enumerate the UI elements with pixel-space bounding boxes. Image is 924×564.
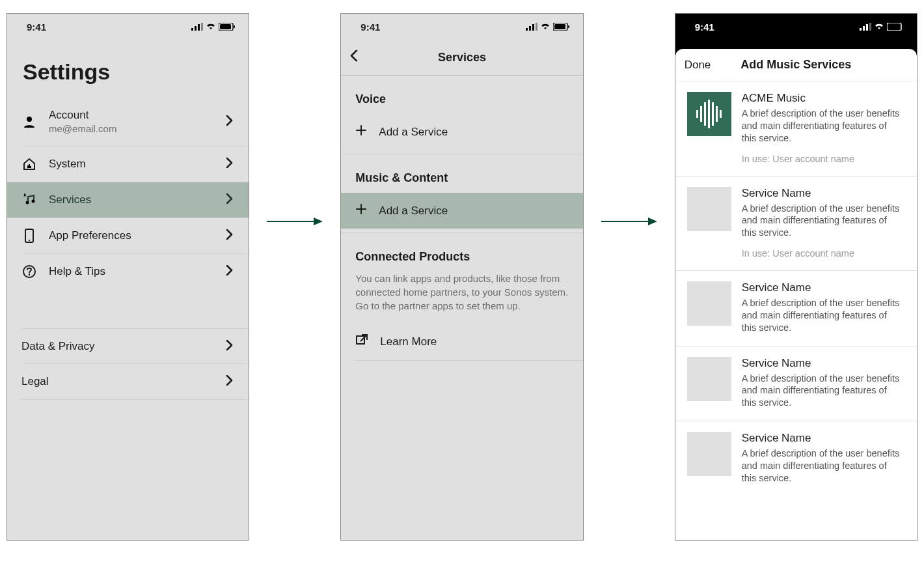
statusbar: 9:41 bbox=[7, 14, 249, 40]
chevron-right-icon bbox=[225, 158, 237, 171]
row-label: Legal bbox=[21, 374, 213, 388]
section-title-voice: Voice bbox=[341, 76, 582, 114]
service-name: Service Name bbox=[742, 281, 903, 294]
learn-more-button[interactable]: Learn More bbox=[341, 323, 582, 360]
status-time: 9:41 bbox=[27, 21, 46, 33]
service-row[interactable]: Service Name A brief description of the … bbox=[675, 271, 917, 346]
service-thumbnail bbox=[687, 281, 731, 326]
section-desc-connected: You can link apps and products, like tho… bbox=[341, 272, 582, 323]
svg-marker-27 bbox=[314, 218, 323, 225]
chevron-right-icon bbox=[225, 229, 237, 242]
settings-row-services[interactable]: Services bbox=[7, 182, 249, 218]
external-link-icon bbox=[355, 333, 368, 350]
help-icon bbox=[21, 264, 37, 279]
service-thumbnail bbox=[687, 357, 731, 401]
navbar: Services bbox=[341, 40, 582, 76]
service-name: ACME Music bbox=[742, 92, 903, 105]
house-icon bbox=[21, 157, 37, 171]
wifi-icon bbox=[541, 23, 550, 31]
wifi-icon bbox=[875, 23, 884, 31]
signal-icon bbox=[860, 23, 871, 31]
phone-settings: 9:41 Settings Account me@email.com Syste… bbox=[7, 13, 249, 541]
phone-services: 9:41 Services Voice Add a Service Music … bbox=[340, 13, 583, 541]
service-inuse: In use: User account name bbox=[742, 248, 903, 259]
status-time: 9:41 bbox=[695, 21, 714, 33]
status-icons bbox=[191, 23, 236, 31]
row-sub: me@email.com bbox=[49, 123, 213, 135]
action-label: Add a Service bbox=[379, 126, 448, 139]
service-desc: A brief description of the user benefits… bbox=[742, 447, 903, 485]
done-button[interactable]: Done bbox=[685, 59, 711, 72]
service-row[interactable]: Service Name A brief description of the … bbox=[675, 346, 917, 422]
status-time: 9:41 bbox=[360, 21, 380, 33]
music-icon bbox=[21, 193, 37, 207]
service-desc: A brief description of the user benefits… bbox=[742, 107, 903, 145]
signal-icon bbox=[191, 23, 203, 31]
user-icon bbox=[21, 115, 37, 128]
row-label: System bbox=[49, 157, 213, 171]
flow-arrow-icon bbox=[265, 215, 324, 228]
nav-title: Services bbox=[438, 51, 486, 64]
service-thumbnail bbox=[687, 432, 731, 476]
phone-icon bbox=[21, 229, 37, 243]
settings-row-system[interactable]: System bbox=[7, 147, 249, 182]
service-row-acme[interactable]: ACME Music A brief description of the us… bbox=[675, 81, 917, 176]
plus-icon bbox=[355, 124, 367, 139]
section-title-connected: Connected Products bbox=[341, 233, 582, 272]
service-row[interactable]: Service Name A brief description of the … bbox=[675, 176, 917, 272]
section-title-music: Music & Content bbox=[341, 154, 582, 193]
statusbar: 9:41 bbox=[675, 14, 917, 40]
svg-marker-29 bbox=[648, 218, 657, 225]
row-label: Data & Privacy bbox=[21, 339, 213, 353]
service-row[interactable]: Service Name A brief description of the … bbox=[675, 421, 917, 496]
statusbar: 9:41 bbox=[341, 14, 582, 40]
status-icons bbox=[526, 23, 570, 31]
back-button[interactable] bbox=[349, 50, 359, 65]
service-desc: A brief description of the user benefits… bbox=[742, 373, 903, 410]
settings-row-help[interactable]: Help & Tips bbox=[7, 254, 249, 289]
service-desc: A brief description of the user benefits… bbox=[742, 203, 903, 240]
settings-row-app-preferences[interactable]: App Preferences bbox=[7, 218, 249, 253]
row-label: App Preferences bbox=[49, 229, 213, 242]
add-voice-service-button[interactable]: Add a Service bbox=[341, 114, 582, 150]
settings-title: Settings bbox=[7, 40, 249, 98]
settings-row-privacy[interactable]: Data & Privacy bbox=[7, 329, 249, 363]
status-icons bbox=[860, 23, 904, 31]
chevron-right-icon bbox=[225, 115, 237, 128]
battery-icon bbox=[219, 23, 236, 31]
service-name: Service Name bbox=[742, 432, 903, 445]
signal-icon bbox=[526, 23, 537, 31]
row-label: Help & Tips bbox=[49, 264, 213, 278]
battery-icon bbox=[887, 23, 904, 31]
chevron-right-icon bbox=[225, 193, 237, 206]
modal-header: Done Add Music Services bbox=[675, 49, 917, 81]
action-label: Add a Service bbox=[379, 204, 448, 218]
modal-title: Add Music Services bbox=[741, 58, 851, 72]
action-label: Learn More bbox=[380, 335, 437, 348]
service-inuse: In use: User account name bbox=[742, 154, 903, 164]
plus-icon bbox=[355, 203, 367, 218]
phone-add-services: 9:41 Done Add Music Services ACME Music … bbox=[675, 13, 917, 541]
service-desc: A brief description of the user benefits… bbox=[742, 297, 903, 334]
settings-row-account[interactable]: Account me@email.com bbox=[7, 98, 249, 146]
service-name: Service Name bbox=[742, 357, 903, 370]
chevron-right-icon bbox=[225, 265, 237, 278]
service-thumbnail bbox=[687, 187, 731, 231]
flow-arrow-icon bbox=[600, 215, 659, 228]
service-name: Service Name bbox=[742, 187, 903, 200]
settings-row-legal[interactable]: Legal bbox=[7, 364, 249, 399]
add-services-modal: Done Add Music Services ACME Music A bri… bbox=[675, 49, 917, 540]
chevron-right-icon bbox=[225, 375, 237, 388]
waveform-icon bbox=[687, 92, 731, 136]
wifi-icon bbox=[206, 23, 215, 31]
row-label: Services bbox=[49, 193, 213, 206]
chevron-right-icon bbox=[225, 340, 237, 353]
battery-icon bbox=[553, 23, 570, 31]
row-label: Account bbox=[49, 108, 213, 122]
add-music-service-button[interactable]: Add a Service bbox=[341, 193, 582, 229]
